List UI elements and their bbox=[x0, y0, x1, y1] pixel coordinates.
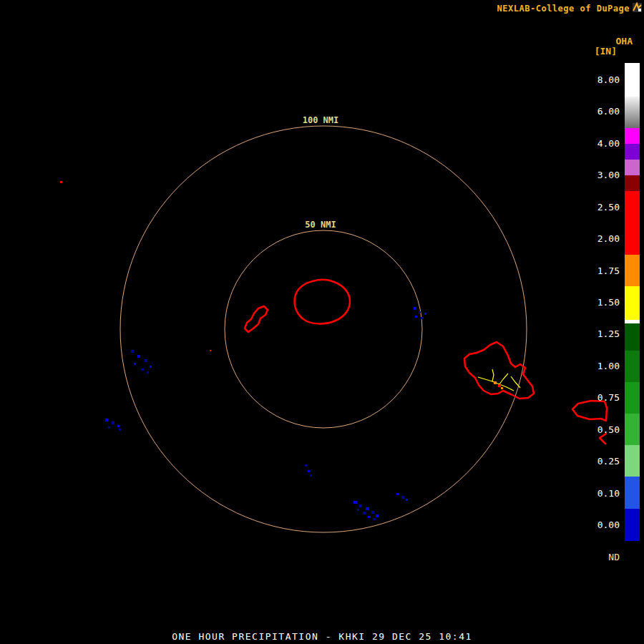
legend-station-label: OHA bbox=[616, 36, 633, 47]
precip-pixel bbox=[105, 419, 108, 421]
precip-pixel bbox=[357, 509, 359, 511]
radar-display: 100 NMI50 NMI bbox=[0, 0, 644, 644]
coast-fragment-outline bbox=[600, 434, 606, 444]
precip-pixel bbox=[419, 311, 421, 313]
precip-pixel bbox=[119, 429, 121, 431]
precip-pixel bbox=[147, 371, 149, 374]
precip-pixel bbox=[368, 516, 371, 518]
product-caption: ONE HOUR PRECIPITATION - KHKI 29 DEC 25 … bbox=[0, 631, 644, 642]
precip-pixel bbox=[308, 470, 310, 472]
precip-pixel bbox=[371, 511, 374, 514]
precip-pixel bbox=[141, 369, 144, 371]
radar-screen: NEXLAB-College of DuPage 100 NMI50 NMI O… bbox=[0, 0, 644, 644]
legend-color-block bbox=[625, 191, 640, 255]
precip-pixel bbox=[421, 317, 424, 319]
legend-color-block bbox=[625, 351, 640, 382]
precip-pixel bbox=[396, 493, 399, 495]
precip-pixel bbox=[134, 363, 136, 365]
precip-pixel bbox=[108, 426, 110, 429]
legend-color-block bbox=[625, 414, 640, 445]
legend-color-block bbox=[625, 286, 640, 320]
precip-pixel bbox=[310, 474, 312, 477]
legend-color-block bbox=[625, 160, 640, 175]
precip-pixel bbox=[60, 181, 62, 183]
precip-pixel bbox=[117, 425, 119, 427]
legend-color-block bbox=[625, 175, 640, 191]
h2-highway bbox=[492, 369, 494, 381]
precip-pixel bbox=[131, 350, 134, 353]
precip-pixel bbox=[376, 514, 379, 517]
legend-color-block bbox=[625, 97, 640, 128]
legend-color-block bbox=[625, 144, 640, 160]
legend-color-block bbox=[625, 509, 640, 541]
precip-pixel bbox=[501, 387, 503, 389]
precip-pixel bbox=[406, 499, 408, 501]
range-ring bbox=[120, 126, 527, 532]
legend-color-block bbox=[625, 445, 640, 477]
legend-colorbar bbox=[625, 63, 640, 541]
legend-color-block bbox=[625, 128, 640, 144]
kauai-outline bbox=[295, 280, 350, 324]
range-ring-label: 100 NMI bbox=[303, 115, 339, 125]
precip-pixel bbox=[494, 381, 497, 384]
precip-pixel bbox=[498, 384, 501, 387]
precip-pixel bbox=[137, 355, 140, 358]
precip-pixel bbox=[359, 504, 362, 507]
precip-pixel bbox=[305, 464, 307, 467]
precip-pixel bbox=[353, 501, 357, 504]
legend-color-block bbox=[625, 255, 640, 286]
h3-highway bbox=[499, 374, 508, 384]
precip-pixel bbox=[150, 366, 152, 368]
precip-pixel bbox=[210, 350, 211, 351]
range-ring-label: 50 NMI bbox=[305, 220, 336, 230]
range-ring bbox=[225, 230, 422, 428]
precip-pixel bbox=[414, 307, 416, 310]
legend-color-block bbox=[625, 477, 640, 509]
legend-units-label: [IN] bbox=[595, 46, 617, 57]
precip-pixel bbox=[363, 512, 366, 514]
legend-color-block bbox=[625, 63, 640, 97]
molokai-west-outline bbox=[572, 401, 607, 421]
niihau-outline bbox=[245, 306, 268, 332]
precip-pixel bbox=[112, 421, 114, 424]
precip-pixel bbox=[145, 359, 147, 362]
precip-pixel bbox=[415, 316, 417, 318]
likelike-highway bbox=[511, 376, 520, 388]
oahu-outline bbox=[464, 342, 534, 399]
precip-pixel bbox=[424, 313, 426, 315]
precip-pixel bbox=[366, 507, 369, 510]
legend-color-block bbox=[625, 382, 640, 414]
legend-color-block bbox=[625, 323, 640, 351]
precip-pixel bbox=[401, 496, 404, 499]
precip-pixel bbox=[373, 518, 376, 520]
